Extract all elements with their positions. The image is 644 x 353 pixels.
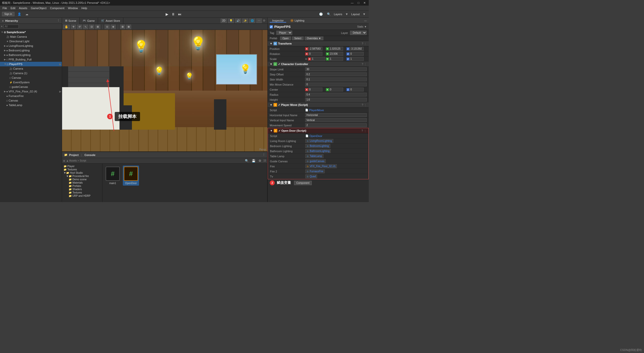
menu-help[interactable]: Help xyxy=(80,6,89,10)
livingroom-ref[interactable]: ⊙ LivingRoomLighting xyxy=(305,139,333,143)
hierarchy-menu[interactable]: ⋮ xyxy=(57,19,60,22)
save-icon[interactable]: 💾 xyxy=(251,159,257,163)
hierarchy-item-playerfps[interactable]: ▼ □ PlayerFPS ▶ xyxy=(0,62,62,66)
tab-scene[interactable]: ⊞ Scene xyxy=(62,18,80,24)
playermove-help[interactable]: ? xyxy=(362,104,363,106)
layer-dropdown[interactable]: Default xyxy=(350,31,367,35)
scale-tool[interactable]: ⤡ xyxy=(83,25,88,29)
charcontroller-header[interactable]: ▼ C ✓ Character Controller ? ⋮ xyxy=(268,62,369,67)
center-z-input[interactable] xyxy=(350,88,364,91)
pivot-btn[interactable]: ⊙ xyxy=(105,25,110,29)
ptree-player[interactable]: 📁Player xyxy=(63,165,101,168)
ptree-materials[interactable]: 📁Materials xyxy=(63,181,101,184)
ptree-proceduralfire[interactable]: ▼📁Procedural fire xyxy=(63,174,101,178)
scene-audio-btn[interactable]: 🔊 xyxy=(235,18,241,23)
pos-z-input[interactable] xyxy=(350,47,364,51)
rect-tool[interactable]: ⊡ xyxy=(89,25,94,29)
project-tab-btn[interactable]: Project xyxy=(69,153,79,156)
minimize-btn[interactable]: — xyxy=(350,1,355,5)
radius-input[interactable] xyxy=(305,93,367,96)
scale-y-input[interactable] xyxy=(329,57,343,61)
guidecanvas-ref[interactable]: ⊙ guideCanvas xyxy=(305,159,326,163)
pos-x-input[interactable] xyxy=(308,47,322,51)
rot-x-input[interactable] xyxy=(308,52,322,56)
playermove-menu[interactable]: ⋮ xyxy=(364,104,367,106)
scale-z-input[interactable] xyxy=(350,57,364,61)
sign-in-button[interactable]: Sign in xyxy=(2,12,14,16)
opendoor-help[interactable]: ? xyxy=(361,129,363,132)
add-project-btn[interactable]: + xyxy=(63,159,65,163)
go-active-checkbox[interactable] xyxy=(270,25,273,28)
history-icon[interactable]: 🕐 xyxy=(318,12,324,16)
hierarchy-item-pfb[interactable]: ▶ □ PFB_Building_Full xyxy=(0,57,62,62)
transform-tool[interactable]: ⊞ xyxy=(95,25,100,29)
prefab-open-btn[interactable]: Open xyxy=(280,36,291,40)
tag-dropdown[interactable]: Player xyxy=(276,31,292,35)
ptree-shaders[interactable]: 📁Shaders xyxy=(63,188,101,191)
transform-help[interactable]: ? xyxy=(362,42,363,45)
play-button[interactable]: ▶ xyxy=(165,12,169,17)
console-tab-btn[interactable]: Console xyxy=(84,153,95,156)
hierarchy-item-camera1[interactable]: ▶ 🎥 Camera (1) xyxy=(0,71,62,75)
menu-component[interactable]: Component xyxy=(48,6,66,10)
scene-viewport[interactable]: 💡 💡 💡 💡 💡 Persp 1 挂载脚本 xyxy=(62,30,267,151)
scene-more-btn[interactable]: ⋯ xyxy=(256,18,262,23)
prefab-overrides-btn[interactable]: Overrides ▼ xyxy=(305,36,323,40)
slope-input[interactable] xyxy=(305,67,367,71)
scene-light-btn[interactable]: 💡 xyxy=(228,18,234,23)
asset-opendoor[interactable]: # OpenDoor xyxy=(123,166,139,186)
hierarchy-item-tablelamp[interactable]: ▶ ● TableLamp xyxy=(0,103,62,107)
hand-tool[interactable]: ✋ xyxy=(63,25,70,29)
pause-button[interactable]: ⏸ xyxy=(170,12,176,17)
hierarchy-item-vfx[interactable]: ▶ ● VFX_Fire_Floor_02 (4) ▶ xyxy=(0,89,62,94)
search-project-icon[interactable]: 🔍 xyxy=(244,159,250,163)
transform-menu[interactable]: ⋮ xyxy=(364,42,367,45)
ptree-prefabs[interactable]: 📁Prefabs xyxy=(63,184,101,188)
hierarchy-item-guidecanvas[interactable]: ▶ □ guideCanvas xyxy=(0,85,62,89)
grid-btn[interactable]: ⊠ xyxy=(126,25,131,29)
hierarchy-item-bathroomlighting[interactable]: ▶ ● BathroomLighting xyxy=(0,53,62,57)
account-icon[interactable]: 👤 xyxy=(16,12,22,16)
center-y-input[interactable] xyxy=(329,88,343,91)
menu-window[interactable]: Window xyxy=(66,6,79,10)
global-btn[interactable]: ⊕ xyxy=(111,25,116,29)
bedroom-ref[interactable]: ⊙ BedroomLighting xyxy=(305,144,330,148)
inspector-tab-inspector[interactable]: Inspector xyxy=(270,19,286,23)
charctrl-menu[interactable]: ⋮ xyxy=(364,63,367,66)
tv-ref[interactable]: ⊙ Quad xyxy=(305,174,317,178)
fire2-ref[interactable]: ⊙ FurnaceFire xyxy=(305,169,325,173)
cloud-icon[interactable]: ☁ xyxy=(24,12,29,16)
fire-ref[interactable]: ⊙ VFX_Fire_Floor_02 (4) xyxy=(305,164,337,168)
opendoor-menu[interactable]: ⋮ xyxy=(364,129,366,132)
charctrl-help[interactable]: ? xyxy=(362,63,363,66)
scene-fx-btn[interactable]: ✨ xyxy=(242,18,248,23)
step-button[interactable]: ⏭ xyxy=(177,12,183,17)
hierarchy-item-maincamera[interactable]: ▶ 🎥 Main Camera xyxy=(0,34,62,39)
hierarchy-item-bedroomlighting[interactable]: ▶ ● BedroomLighting xyxy=(0,48,62,53)
layout-dropdown[interactable]: ▼ xyxy=(362,12,367,16)
hierarchy-item-livingroomlighting[interactable]: ▶ ● LivingRoomLighting xyxy=(0,44,62,48)
scene-2d-btn[interactable]: 2D xyxy=(221,18,227,23)
tab-game[interactable]: 🎮 Game xyxy=(80,18,98,24)
height-input[interactable] xyxy=(305,98,367,102)
filter-icon[interactable]: ⚙ xyxy=(258,159,262,163)
ptree-textures2[interactable]: 📁Textures xyxy=(63,191,101,194)
playermove-header[interactable]: ▼ S ✓ Player Move (Script) ? ⋮ xyxy=(268,102,369,108)
prefab-select-btn[interactable]: Select xyxy=(292,36,304,40)
hierarchy-item-directionallight[interactable]: ▶ ☀ Directional Light xyxy=(0,39,62,44)
ptree-urp[interactable]: 📁URP and HDRP xyxy=(63,194,101,198)
ptree-textures[interactable]: 📁Textures xyxy=(63,168,101,171)
opendoor-header[interactable]: ▼ S ✓ Open Door (Script) ? ⋮ xyxy=(268,128,368,133)
bathroom-ref[interactable]: ⊙ BathroomLighting xyxy=(305,149,331,153)
horizontal-input[interactable] xyxy=(305,113,367,117)
tablelamp-ref[interactable]: ⊙ TableLamp xyxy=(305,154,323,158)
menu-assets[interactable]: Assets xyxy=(17,6,29,10)
maximize-btn[interactable]: □ xyxy=(357,1,360,5)
menu-edit[interactable]: Edit xyxy=(9,6,17,10)
hierarchy-item-furnacefire[interactable]: ▶ ● FurnaceFire xyxy=(0,94,62,98)
snap-btn[interactable]: ⊞ xyxy=(120,25,125,29)
hierarchy-item-eventsystem[interactable]: ▶ ⚡ EventSystem xyxy=(0,80,62,85)
stepoffset-input[interactable] xyxy=(305,72,367,76)
create-icon[interactable]: + xyxy=(1,25,3,28)
asset-main1[interactable]: # main1 xyxy=(105,166,121,186)
